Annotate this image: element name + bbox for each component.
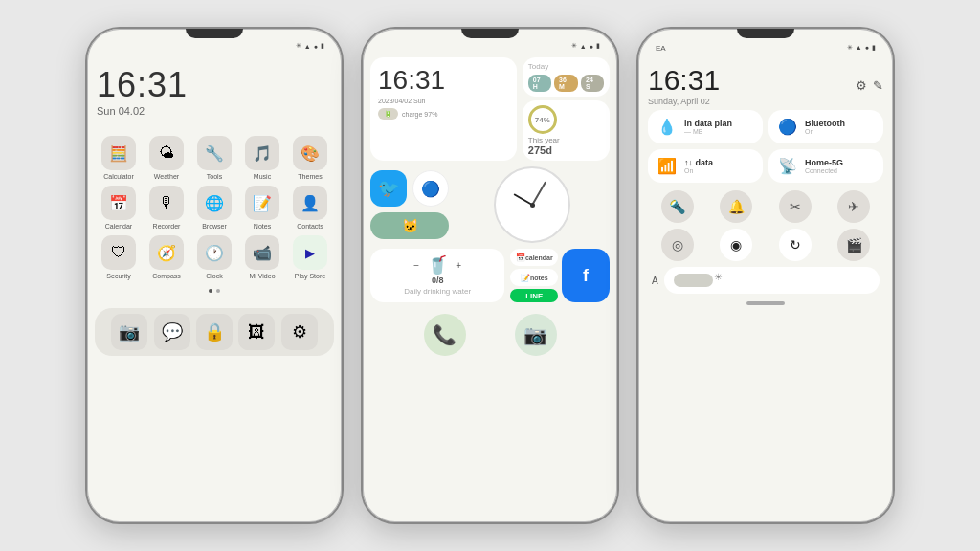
dock-messages[interactable]: 💬: [154, 314, 190, 350]
phone2-dock-camera[interactable]: 📷: [515, 314, 557, 356]
data-sub: On: [684, 167, 753, 174]
charge-display: charge 97%: [402, 111, 437, 118]
app-calendar[interactable]: 📅 Calendar: [97, 186, 141, 230]
twitter-icon[interactable]: 🐦: [370, 170, 407, 207]
chrome-icon[interactable]: 🔵: [412, 170, 449, 207]
app-notes[interactable]: 📝 Notes: [240, 186, 284, 230]
water-plus-button[interactable]: +: [456, 260, 461, 271]
contacts-label: Contacts: [297, 223, 323, 230]
browser-icon: 🌐: [197, 186, 232, 220]
dock-camera[interactable]: 📷: [111, 314, 147, 350]
brightness-bar[interactable]: [664, 267, 880, 294]
phone2-stats-col: Today 07 H 36 M 24 S 74% This year 275d: [523, 57, 610, 161]
phone2-dock-phone[interactable]: 📞: [424, 314, 466, 356]
edit-icon[interactable]: ✎: [873, 78, 883, 93]
phone3-wifi-icon: ●: [865, 44, 869, 51]
phone3-bluetooth-icon: ✳: [847, 44, 853, 52]
notification-button[interactable]: 🔔: [720, 190, 752, 223]
dock-gallery[interactable]: 🖼: [238, 314, 275, 350]
line-app-shortcut[interactable]: LINE: [510, 289, 558, 302]
phone3-battery-icon: ▮: [872, 44, 876, 52]
app-recorder[interactable]: 🎙 Recorder: [145, 186, 189, 230]
phone1-app-grid-row3: 🛡 Security 🧭 Compass 🕐 Clock 📹 Mi Video …: [97, 235, 332, 279]
mivideo-icon: 📹: [245, 235, 279, 270]
video-button[interactable]: 🎬: [837, 229, 870, 261]
mivideo-label: Mi Video: [249, 273, 275, 279]
settings-gear-icon[interactable]: ⚙: [856, 78, 867, 93]
facebook-shortcut[interactable]: f: [562, 249, 610, 302]
app-music[interactable]: 🎵 Music: [240, 136, 284, 180]
phone3-date-day: Sunday, April 02: [648, 97, 720, 106]
phone1-content: 16:31 Sun 04.02 🧮 Calculator 🌤 Weather 🔧…: [87, 54, 342, 308]
rotate-button[interactable]: ↻: [779, 229, 812, 261]
calendar-shortcut[interactable]: 📅 calendar: [510, 249, 558, 266]
this-year-widget: 74% This year 275d: [523, 100, 610, 161]
phone2-clock-widget: 16:31 2023/04/02 Sun 🔋 charge 97%: [370, 57, 517, 161]
notes-shortcut[interactable]: 📝 notes: [510, 269, 558, 286]
this-year-num: 275d: [528, 144, 604, 156]
phone2-content: 16:31 2023/04/02 Sun 🔋 charge 97% Today …: [363, 54, 617, 365]
music-icon: 🎵: [245, 136, 279, 170]
app-calculator[interactable]: 🧮 Calculator: [97, 136, 141, 180]
water-minus-button[interactable]: −: [413, 260, 419, 271]
hours-pill: 07 H: [528, 75, 551, 92]
clock-label: Clock: [206, 273, 223, 279]
this-year-label: This year: [528, 136, 604, 144]
data-plan-sub: — MB: [684, 128, 753, 135]
bluetooth-tile[interactable]: 🔵 Bluetooth On: [768, 110, 883, 143]
app-weather[interactable]: 🌤 Weather: [145, 136, 189, 180]
focus-button[interactable]: ✂: [779, 190, 812, 223]
home-indicator[interactable]: [746, 301, 785, 305]
security-label: Security: [106, 273, 130, 279]
water-controls: − 🥤 +: [413, 254, 461, 276]
app-tools[interactable]: 🔧 Tools: [192, 136, 236, 180]
calendar-icon: 📅: [101, 186, 136, 220]
tools-icon: 🔧: [197, 136, 232, 170]
seconds-pill: 24 S: [581, 75, 604, 92]
dock-lock[interactable]: 🔒: [196, 314, 233, 350]
toggle-widget[interactable]: 🐱: [370, 212, 449, 239]
phone3-time-date: 16:31 Sunday, April 02: [648, 64, 720, 106]
phones-container: ✳ ▲ ● ▮ 16:31 Sun 04.02 🧮 Calculator 🌤 W…: [0, 0, 980, 551]
app-playstore[interactable]: ▶ Play Store: [288, 235, 332, 279]
phone2-apps-col: 🐦 🔵 🐱: [370, 170, 449, 239]
weather-icon: 🌤: [149, 136, 184, 170]
airplane-button[interactable]: ✈: [837, 190, 870, 223]
dot-2: [216, 289, 220, 293]
quick-actions-row2: ◎ ◉ ↻ 🎬: [648, 229, 883, 261]
app-mivideo[interactable]: 📹 Mi Video: [240, 235, 284, 279]
clock-icon: 🕐: [197, 235, 232, 270]
quick-actions-row1: 🔦 🔔 ✂ ✈: [648, 190, 883, 223]
app-themes[interactable]: 🎨 Themes: [288, 136, 332, 180]
flashlight-button[interactable]: 🔦: [661, 190, 694, 223]
phone2-apps-row: 🐦 🔵: [370, 170, 449, 207]
playstore-icon: ▶: [293, 235, 327, 270]
year-ring: 74%: [528, 105, 557, 134]
data-tile-icon: 📶: [657, 157, 677, 175]
location-button[interactable]: ◉: [720, 229, 752, 261]
phone1-time: 16:31: [97, 65, 332, 105]
phone2-wifi-icon: ●: [590, 43, 593, 50]
phone-1: ✳ ▲ ● ▮ 16:31 Sun 04.02 🧮 Calculator 🌤 W…: [85, 27, 344, 524]
app-browser[interactable]: 🌐 Browser: [192, 186, 236, 230]
today-pills: 07 H 36 M 24 S: [528, 75, 604, 92]
app-security[interactable]: 🛡 Security: [97, 235, 141, 279]
phone2-date-display: 2023/04/02 Sun: [378, 98, 509, 104]
data-info: ↑↓ data On: [684, 158, 753, 174]
data-tile[interactable]: 📶 ↑↓ data On: [648, 149, 763, 183]
water-cup-icon: 🥤: [427, 254, 448, 276]
wifi-tile[interactable]: 📡 Home-5G Connected: [768, 149, 883, 183]
themes-label: Themes: [298, 173, 322, 180]
phone3-status-bar: EA ✳ ▲ ● ▮: [638, 29, 893, 56]
data-plan-tile[interactable]: 💧 in data plan — MB: [648, 110, 763, 143]
app-compass[interactable]: 🧭 Compass: [145, 235, 189, 279]
app-contacts[interactable]: 👤 Contacts: [288, 186, 332, 230]
phone3-status-icons: ✳ ▲ ● ▮: [847, 44, 876, 52]
signal-icon: ▲: [304, 43, 311, 50]
brightness-auto-button[interactable]: ◎: [661, 229, 694, 261]
wifi-info: Home-5G Connected: [805, 158, 874, 174]
themes-icon: 🎨: [293, 136, 327, 170]
dock-settings[interactable]: ⚙: [281, 314, 318, 350]
calendar-label: Calendar: [105, 223, 132, 230]
app-clock[interactable]: 🕐 Clock: [192, 235, 236, 279]
